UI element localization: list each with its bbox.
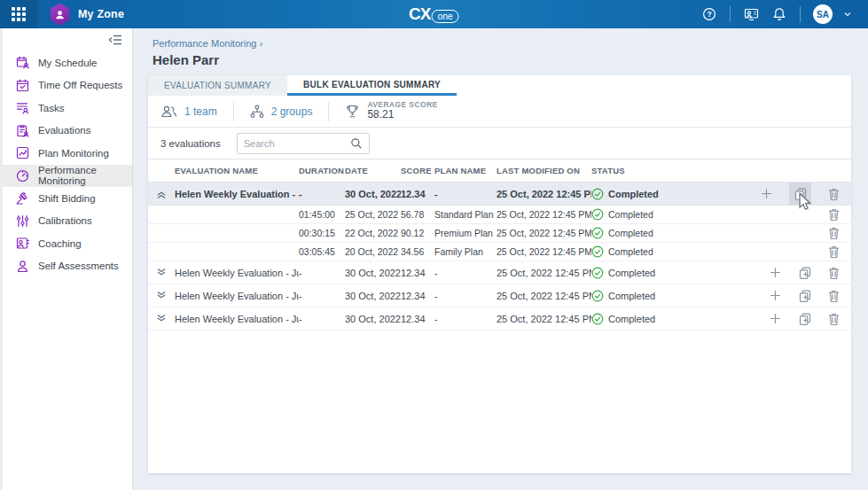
plan-name-cell: Premium Plan <box>434 228 497 238</box>
status-label: Completed <box>608 246 653 257</box>
column-header-evaluation-name[interactable]: EVALUATION NAME <box>175 166 299 175</box>
shift-bidding-icon <box>15 191 29 206</box>
completed-check-icon <box>591 267 604 279</box>
top-bar: My Zone CXone ? SA <box>0 0 868 28</box>
column-header-status[interactable]: STATUS <box>591 166 851 175</box>
main-content: Performance Monitoring › Helen Parr EVAL… <box>133 28 868 490</box>
tab-bulk-evaluation-summary[interactable]: BULK EVALUATION SUMMARY <box>287 75 457 96</box>
sidebar-item-coaching[interactable]: Coaching <box>3 232 132 255</box>
column-header-last-modified-on[interactable]: LAST MODIFIED ON <box>497 166 591 175</box>
add-icon[interactable] <box>769 289 782 302</box>
groups-stat[interactable]: 2 groups <box>233 102 329 121</box>
status-label: Completed <box>608 209 653 220</box>
delete-icon[interactable] <box>827 245 841 259</box>
help-icon[interactable]: ? <box>701 6 717 22</box>
notifications-bell-icon[interactable] <box>771 6 787 22</box>
status-cell: Completed <box>591 208 759 221</box>
breadcrumb[interactable]: Performance Monitoring › <box>152 38 868 49</box>
search-box[interactable] <box>237 133 370 154</box>
sidebar-item-calibrations[interactable]: Calibrations <box>3 210 132 233</box>
column-header-score[interactable]: SCORE <box>401 166 434 175</box>
user-menu-chevron-down-icon[interactable] <box>840 6 856 22</box>
score-cell: 34.56 <box>401 246 434 257</box>
sidebar-item-shift-bidding[interactable]: Shift Bidding <box>3 187 132 210</box>
search-input[interactable] <box>244 138 345 149</box>
row-actions <box>759 289 851 302</box>
date-cell: 30 Oct, 2022 <box>345 189 401 199</box>
table-row[interactable]: Helen Weekly Evaluation - June 20 - 30 O… <box>148 261 851 284</box>
tasks-icon <box>15 101 29 115</box>
delete-icon[interactable] <box>827 208 841 222</box>
delete-icon[interactable] <box>827 266 841 279</box>
expand-row-icon[interactable] <box>148 314 175 324</box>
sidebar-item-label: Calibrations <box>38 215 92 226</box>
sidebar-item-tasks[interactable]: Tasks <box>3 97 132 120</box>
groups-link[interactable]: 2 groups <box>271 105 313 118</box>
sidebar-item-label: Performance Monitoring <box>38 165 132 186</box>
search-icon[interactable] <box>350 137 363 150</box>
column-header-duration[interactable]: DURATION <box>299 166 345 175</box>
delete-icon[interactable] <box>827 312 841 325</box>
copy-icon[interactable] <box>794 187 807 200</box>
duration-cell: 00:30:15 <box>299 228 345 238</box>
completed-check-icon <box>591 227 604 239</box>
plan-name-cell: - <box>434 314 497 324</box>
evaluation-name-cell: Helen Weekly Evaluation - June 20 <box>175 314 299 324</box>
table-row[interactable]: 00:30:15 22 Oct, 2022 90.12 Premium Plan… <box>148 224 851 243</box>
collapse-row-icon[interactable] <box>148 189 175 199</box>
my-schedule-icon <box>15 56 29 70</box>
row-actions <box>759 312 851 325</box>
sidebar-item-plan-monitoring[interactable]: Plan Monitoring <box>3 142 132 165</box>
delete-icon[interactable] <box>827 227 841 240</box>
delete-icon[interactable] <box>827 289 841 302</box>
sidebar-item-self-assessments[interactable]: Self Assessments <box>3 255 132 278</box>
last-modified-cell: 25 Oct, 2022 12:45 PM <box>497 314 591 324</box>
completed-check-icon <box>591 290 604 302</box>
column-header-plan-name[interactable]: PLAN NAME <box>434 166 497 175</box>
table-row[interactable]: Helen Weekly Evaluation - June... - 30 O… <box>148 183 851 206</box>
tab-evaluation-summary[interactable]: EVALUATION SUMMARY <box>148 75 287 96</box>
table-row[interactable]: Helen Weekly Evaluation - June 20 - 30 O… <box>148 284 851 307</box>
expand-row-icon[interactable] <box>148 291 175 301</box>
table-header-row: EVALUATION NAMEDURATIONDATESCOREPLAN NAM… <box>148 159 851 183</box>
table-row[interactable]: Helen Weekly Evaluation - June 20 - 30 O… <box>148 307 851 331</box>
team-link[interactable]: 1 team <box>184 105 217 118</box>
app-title: My Zone <box>78 8 124 20</box>
evaluation-name-cell: Helen Weekly Evaluation - June 20 <box>175 268 299 278</box>
sidebar-item-performance-monitoring[interactable]: Performance Monitoring <box>3 165 132 188</box>
app-launcher-button[interactable] <box>0 0 37 28</box>
sidebar-collapse-icon[interactable] <box>107 32 123 48</box>
last-modified-cell: 25 Oct, 2022 12:45 PM <box>497 189 591 199</box>
copy-icon[interactable] <box>798 289 811 302</box>
sidebar-item-time-off-requests[interactable]: Time Off Requests <box>3 74 132 97</box>
expand-row-icon[interactable] <box>148 268 175 278</box>
topbar-divider <box>800 6 801 22</box>
delete-icon[interactable] <box>827 187 841 200</box>
row-actions <box>759 227 851 240</box>
add-icon[interactable] <box>760 187 773 200</box>
duration-cell: - <box>299 189 345 199</box>
copy-icon[interactable] <box>798 266 811 279</box>
copy-icon[interactable] <box>798 312 811 325</box>
agent-screen-icon[interactable] <box>743 6 759 22</box>
table-row[interactable]: 01:45:00 25 Oct, 2022 56.78 Standard Pla… <box>148 206 851 224</box>
sidebar-item-label: My Schedule <box>38 58 97 68</box>
row-actions <box>759 208 851 222</box>
user-avatar[interactable]: SA <box>813 4 833 24</box>
plan-name-cell: - <box>434 189 497 199</box>
column-header-date[interactable]: DATE <box>345 166 401 175</box>
table-row[interactable]: 03:05:45 20 Oct, 2022 34.56 Family Plan … <box>148 243 851 261</box>
sidebar-item-evaluations[interactable]: Evaluations <box>3 120 132 143</box>
add-icon[interactable] <box>769 266 782 279</box>
duration-cell: - <box>299 268 345 278</box>
duration-cell: - <box>299 291 345 301</box>
date-cell: 30 Oct, 2022 <box>345 314 401 324</box>
last-modified-cell: 25 Oct, 2022 12:45 PM <box>497 246 591 257</box>
add-icon[interactable] <box>769 312 782 325</box>
team-stat[interactable]: 1 team <box>160 102 233 121</box>
duration-cell: - <box>299 314 345 324</box>
sidebar-item-my-schedule[interactable]: My Schedule <box>3 51 132 74</box>
last-modified-cell: 25 Oct, 2022 12:45 PM <box>497 228 591 238</box>
current-app[interactable]: My Zone <box>50 4 124 26</box>
row-actions <box>759 266 851 279</box>
